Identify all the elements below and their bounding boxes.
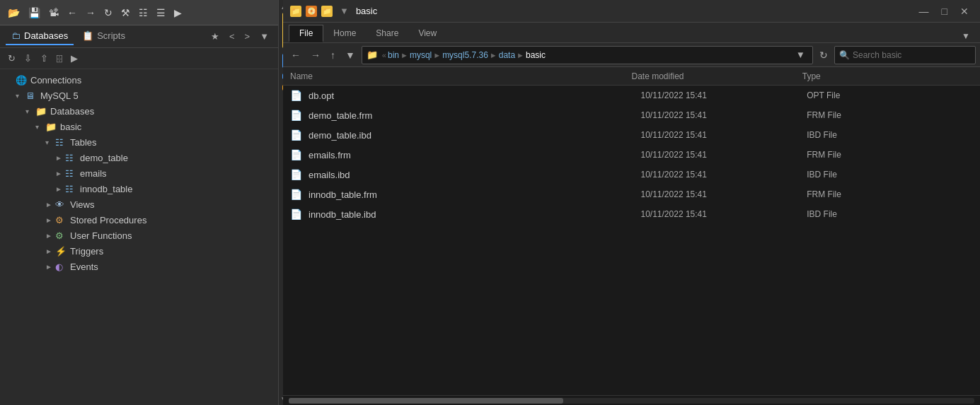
filter-btn[interactable]: ⌹ [53, 51, 66, 66]
views-label: Views [70, 199, 278, 210]
databases-icon: 🗀 [11, 30, 21, 41]
refresh-btn[interactable]: ↻ [100, 5, 116, 20]
file-row[interactable]: 📄 emails.ibd 10/11/2022 15:41 IBD File [283, 165, 980, 184]
file-row[interactable]: 📄 innodb_table.frm 10/11/2022 15:41 FRM … [283, 184, 980, 204]
file-row[interactable]: 📄 emails.frm 10/11/2022 15:41 FRM File [283, 145, 980, 165]
tree-item-connections[interactable]: 🌐 Connections [0, 72, 278, 88]
breadcrumb-sep-0: « [382, 51, 386, 59]
addr-up-btn[interactable]: ↑ [327, 47, 339, 64]
file-row[interactable]: 📄 demo_table.frm 10/11/2022 15:41 FRM Fi… [283, 105, 980, 125]
file-name: innodb_table.frm [309, 189, 641, 200]
nav-back-btn[interactable]: < [226, 29, 238, 44]
file-title-bar: 📁 📀 📁 ▼ basic — □ ✕ [283, 0, 980, 23]
list-btn[interactable]: ☰ [153, 5, 169, 20]
breadcrumb-mysql[interactable]: mysql [410, 50, 432, 60]
tab-scripts[interactable]: 📋 Scripts [76, 28, 131, 45]
grid-btn[interactable]: ☷ [135, 5, 151, 20]
file-date: 10/11/2022 15:41 [641, 189, 807, 199]
file-row[interactable]: 📄 innodb_table.ibd 10/11/2022 15:41 IBD … [283, 204, 980, 224]
scripts-icon: 📋 [82, 30, 93, 41]
file-name: demo_table.frm [309, 110, 641, 121]
tree-item-demo-table[interactable]: ► ☷ demo_table [0, 150, 278, 165]
breadcrumb-mysql-version[interactable]: mysql5.7.36 [442, 50, 488, 60]
close-btn[interactable]: ✕ [956, 4, 973, 18]
tree-item-tables[interactable]: ▾ ☷ Tables [0, 134, 278, 150]
title-icon-3: 📁 [321, 6, 333, 17]
tree-item-mysql5[interactable]: ▾ 🖥 MySQL 5 [0, 88, 278, 103]
collapse-btn[interactable]: ⇩ [21, 51, 35, 66]
ribbon-tab-view[interactable]: View [408, 25, 446, 42]
title-icon-2: 📀 [306, 6, 317, 17]
stored-procedures-toggle: ► [45, 216, 55, 224]
file-date: 10/11/2022 15:41 [641, 170, 807, 180]
tree-item-emails[interactable]: ► ☷ emails [0, 165, 278, 181]
emails-icon: ☷ [65, 168, 78, 179]
tables-toggle: ▾ [45, 139, 55, 146]
col-type: Type [802, 71, 973, 81]
file-row[interactable]: 📄 db.opt 10/11/2022 15:41 OPT File [283, 86, 980, 105]
ribbon-expand-btn[interactable]: ▼ [957, 30, 974, 42]
ribbon-tab-share[interactable]: Share [366, 25, 408, 42]
title-icon-1: 📁 [290, 6, 301, 17]
back-btn[interactable]: ← [64, 5, 81, 20]
nav-forward-btn[interactable]: > [241, 29, 254, 44]
minimize-btn[interactable]: — [915, 4, 933, 18]
col-date[interactable]: Date modified [632, 71, 802, 81]
ribbon-tab-home[interactable]: Home [323, 25, 366, 42]
breadcrumb-dropdown-btn[interactable]: ▼ [793, 49, 808, 60]
tree-item-triggers[interactable]: ► ⚡ Triggers [0, 243, 278, 259]
new-connection-btn[interactable]: 📂 [4, 5, 23, 20]
search-input[interactable] [853, 50, 971, 60]
tables-label: Tables [70, 137, 278, 148]
expand-btn[interactable]: ⇧ [37, 51, 52, 66]
events-toggle: ► [45, 263, 55, 271]
refresh-tree-btn[interactable]: ↻ [4, 51, 19, 66]
demo-table-label: demo_table [80, 153, 278, 163]
save-btn[interactable]: 💾 [25, 5, 44, 20]
col-name[interactable]: Name [290, 71, 632, 81]
file-date: 10/11/2022 15:41 [641, 209, 807, 219]
addr-forward-btn[interactable]: → [307, 47, 324, 64]
tree-item-stored-procedures[interactable]: ► ⚙ Stored Procedures [0, 212, 278, 228]
triggers-toggle: ► [45, 247, 55, 255]
addr-refresh-btn[interactable]: ↻ [816, 47, 831, 64]
file-name: innodb_table.ibd [309, 209, 641, 220]
horizontal-scrollbar[interactable] [283, 395, 980, 405]
more-options-btn[interactable]: ▶ [67, 51, 81, 66]
tables-icon: ☷ [55, 137, 68, 148]
tree-actions: ↻ ⇩ ⇧ ⌹ ▶ [0, 48, 278, 69]
more-btn[interactable]: ▶ [171, 5, 185, 20]
tree-item-user-functions[interactable]: ► ⚙ User Functions [0, 228, 278, 243]
tools-btn[interactable]: ⚒ [117, 5, 134, 20]
innodb-table-label: innodb_table [80, 184, 278, 194]
user-functions-toggle: ► [45, 232, 55, 240]
tree-item-databases[interactable]: ▾ 📁 Databases [0, 103, 278, 119]
innodb-table-toggle: ► [55, 185, 65, 193]
breadcrumb-bar: 📁 « bin ► mysql ► mysql5.7.36 ► data ► b… [362, 46, 813, 64]
breadcrumb-bin[interactable]: bin [388, 50, 399, 60]
save-all-btn[interactable]: 📽 [45, 5, 62, 20]
file-row[interactable]: 📄 demo_table.ibd 10/11/2022 15:41 IBD Fi… [283, 125, 980, 145]
nav-menu-btn[interactable]: ▼ [256, 29, 272, 44]
views-icon: 👁 [55, 199, 68, 210]
tree-item-basic[interactable]: ▾ 📁 basic [0, 119, 278, 134]
tree-item-views[interactable]: ► 👁 Views [0, 196, 278, 212]
forward-btn[interactable]: → [82, 5, 99, 20]
breadcrumb-arrow-2: ► [433, 51, 441, 59]
search-icon: 🔍 [839, 50, 850, 60]
connections-label: Connections [30, 75, 278, 86]
addr-recent-btn[interactable]: ▼ [342, 47, 359, 64]
file-icon: 📄 [290, 110, 304, 121]
tab-databases[interactable]: 🗀 Databases [6, 28, 74, 45]
tree-item-events[interactable]: ► ◐ Events [0, 259, 278, 274]
addr-back-btn[interactable]: ← [287, 47, 304, 64]
maximize-btn[interactable]: □ [938, 4, 952, 18]
emails-label: emails [80, 168, 278, 179]
mysql5-toggle: ▾ [16, 92, 25, 100]
tree-item-innodb-table[interactable]: ► ☷ innodb_table [0, 181, 278, 196]
ribbon-tab-file[interactable]: File [289, 25, 323, 42]
breadcrumb-arrow-1: ► [400, 51, 408, 59]
breadcrumb-data[interactable]: data [499, 50, 515, 60]
bookmark-btn[interactable]: ★ [207, 29, 223, 44]
file-date: 10/11/2022 15:41 [641, 90, 807, 100]
